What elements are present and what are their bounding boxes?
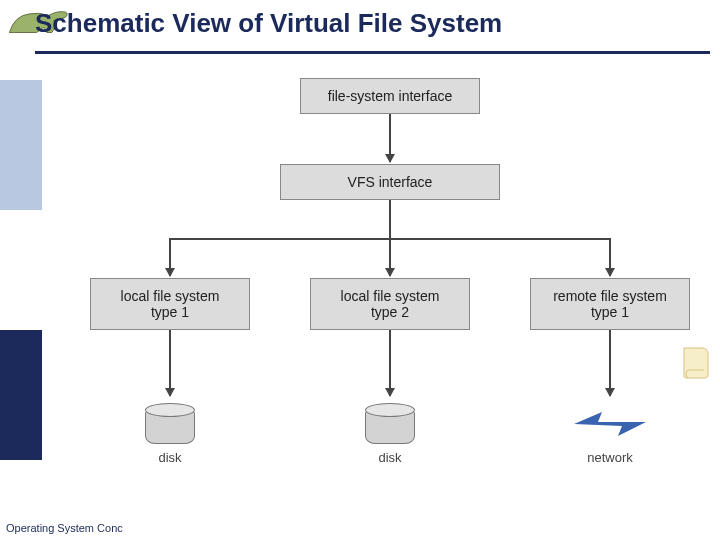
node-network: network xyxy=(570,404,650,465)
edge-vfs-to-l2 xyxy=(389,238,391,276)
slide: Schematic View of Virtual File System fi… xyxy=(0,0,720,540)
vfs-diagram: file-system interface VFS interface loca… xyxy=(90,78,690,518)
left-accent-bottom xyxy=(0,330,42,460)
node-fs-interface: file-system interface xyxy=(300,78,480,114)
title-underline xyxy=(35,51,710,54)
footer-text: Operating System Conc xyxy=(6,522,123,534)
left-accent-top xyxy=(0,80,42,210)
node-remote-fs-1: remote file system type 1 xyxy=(530,278,690,330)
node-disk-1: disk xyxy=(145,408,195,465)
edge-vfs-to-l1 xyxy=(169,238,171,276)
node-label: local file system type 1 xyxy=(121,288,220,320)
node-disk-2: disk xyxy=(365,408,415,465)
edge-l3-to-net xyxy=(609,330,611,396)
disk-icon xyxy=(145,408,195,444)
node-label: disk xyxy=(365,450,415,465)
disk-icon xyxy=(365,408,415,444)
node-label: file-system interface xyxy=(328,88,452,104)
node-local-fs-1: local file system type 1 xyxy=(90,278,250,330)
edge-vfs-to-l3 xyxy=(609,238,611,276)
book-icon xyxy=(682,346,710,380)
page-title: Schematic View of Virtual File System xyxy=(35,8,710,39)
node-label: VFS interface xyxy=(348,174,433,190)
edge-l1-to-disk1 xyxy=(169,330,171,396)
node-label: network xyxy=(570,450,650,465)
node-label: disk xyxy=(145,450,195,465)
edge-bus-v xyxy=(389,200,391,238)
node-label: local file system type 2 xyxy=(341,288,440,320)
node-local-fs-2: local file system type 2 xyxy=(310,278,470,330)
network-icon xyxy=(570,404,650,444)
edge-fs-to-vfs xyxy=(389,114,391,162)
edge-l2-to-disk2 xyxy=(389,330,391,396)
node-vfs-interface: VFS interface xyxy=(280,164,500,200)
node-label: remote file system type 1 xyxy=(553,288,667,320)
title-bar: Schematic View of Virtual File System xyxy=(35,8,710,56)
